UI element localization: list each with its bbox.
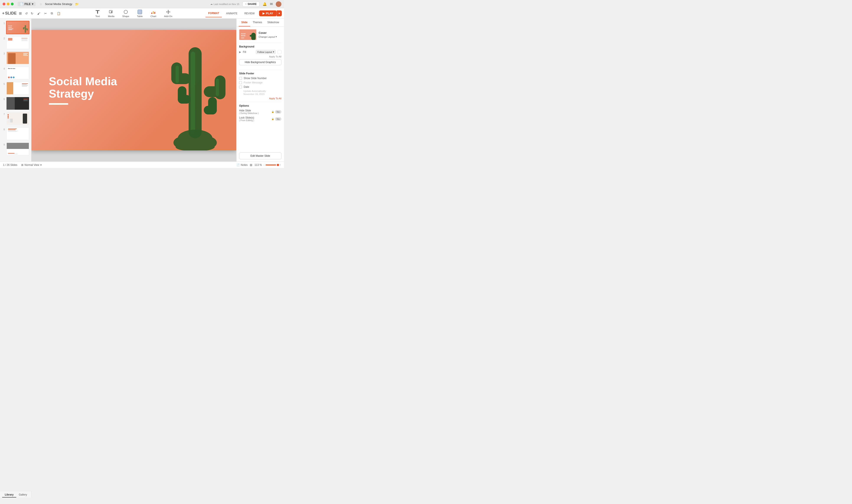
slide-num-3: 3	[2, 51, 5, 55]
text-tool[interactable]: Text	[93, 8, 102, 18]
star-icon[interactable]: ☆	[39, 2, 42, 6]
avatar[interactable]	[276, 1, 282, 7]
shape-icon	[123, 9, 128, 15]
tab-animate[interactable]: ANIMATE	[223, 10, 240, 17]
tab-themes[interactable]: Themes	[250, 19, 265, 26]
svg-text:Social: Social	[241, 33, 246, 34]
zoom-control: 113 % − +	[255, 163, 281, 166]
minimize-button[interactable]	[7, 3, 10, 5]
fill-expand-icon[interactable]: ▶	[239, 51, 241, 54]
chart-label: Chart	[150, 15, 156, 18]
toolbar-right: FORMAT ANIMATE REVIEW ▶ PLAY ▾	[205, 10, 282, 17]
hide-slide-value: No	[275, 110, 282, 113]
slide-thumb-7[interactable]: 7	[1, 111, 30, 126]
slide-thumb-3[interactable]: 3	[1, 51, 30, 65]
total-slides: 26 Slides	[7, 163, 17, 166]
fill-select[interactable]: Follow Layout ▾	[256, 50, 276, 54]
thumb-img-9	[6, 142, 30, 156]
format-brush-button[interactable]: 🖌	[36, 11, 42, 16]
notes-button[interactable]: 📄 Notes	[237, 163, 248, 166]
date-value-text: November 16, 2023	[243, 93, 282, 95]
play-button[interactable]: ▶ PLAY	[259, 11, 277, 16]
slide-thumb-9[interactable]: 9	[1, 142, 30, 156]
tab-slideshow[interactable]: Slideshow	[265, 19, 282, 26]
divider-3	[239, 102, 282, 102]
tab-slide[interactable]: Slide	[239, 19, 250, 26]
bottom-bar: 1 / 26 Slides ⊞ Normal View ▾ 📄 Notes ⊞ …	[0, 162, 284, 168]
change-layout-button[interactable]: Change Layout ▾	[259, 35, 277, 38]
tab-format[interactable]: FORMAT	[205, 10, 221, 17]
show-slide-num-checkbox[interactable]	[239, 77, 242, 80]
addon-tool[interactable]: Add-On	[162, 8, 174, 18]
shape-tool[interactable]: Shape	[121, 8, 131, 18]
tab-review[interactable]: REVIEW	[242, 10, 257, 17]
hide-slide-toggle[interactable]: 🔒 No	[271, 110, 282, 113]
messages-icon[interactable]: ✉	[270, 2, 273, 6]
thumb-img-5	[6, 82, 30, 95]
play-dropdown-button[interactable]: ▾	[277, 11, 282, 16]
file-menu[interactable]: 📄 FILE ▾	[18, 2, 36, 6]
view-label: Normal View	[24, 163, 39, 166]
cover-label: Cover	[259, 31, 277, 34]
edit-master-button[interactable]: Edit Master Slide	[239, 152, 282, 159]
slide-thumb-1[interactable]: 1 SocialMediaStrategy	[1, 20, 30, 35]
zoom-level: 113 %	[255, 163, 262, 166]
folder-icon[interactable]: 📁	[75, 2, 79, 6]
lock-slide-label-group: Lock Slide(s) ( From Editing )	[239, 116, 254, 122]
copy-button[interactable]: ⧉	[50, 11, 54, 16]
maximize-button[interactable]	[11, 3, 14, 5]
footer-message-checkbox[interactable]	[239, 81, 242, 84]
slide-num-9: 9	[2, 142, 5, 146]
add-slide-button[interactable]: + SLIDE	[2, 11, 17, 16]
cut-button[interactable]: ✂	[43, 11, 48, 16]
lock-icon-2: 🔒	[271, 118, 274, 120]
slide-canvas[interactable]: Social Media Strategy	[32, 30, 236, 150]
fill-chevron-icon: ▾	[273, 51, 274, 53]
slide-num-4: 4	[2, 66, 5, 70]
undo-button[interactable]: ↺	[24, 11, 29, 16]
lock-slide-toggle[interactable]: 🔒 No	[271, 117, 282, 121]
apply-all-link[interactable]: Apply To All	[239, 97, 282, 100]
options-title: Options	[239, 104, 282, 107]
media-label: Media	[108, 15, 114, 18]
slide-thumb-8[interactable]: 8	[1, 127, 30, 141]
table-label: Table	[137, 15, 143, 18]
svg-point-4	[124, 10, 127, 14]
zoom-slider[interactable]	[266, 164, 278, 165]
svg-rect-20	[23, 27, 24, 30]
close-button[interactable]	[3, 3, 5, 5]
share-button[interactable]: ↑ SHARE	[242, 1, 259, 7]
zoom-slider-group[interactable]: − +	[263, 163, 281, 166]
media-tool[interactable]: Media	[106, 8, 116, 18]
canvas-area: Social Media Strategy	[32, 19, 236, 162]
svg-rect-40	[208, 97, 217, 114]
slide-underline	[49, 103, 68, 105]
svg-point-15	[168, 13, 169, 14]
change-layout-label: Change Layout	[259, 36, 275, 38]
slide-panel: 1 SocialMediaStrategy 2	[0, 19, 32, 162]
fill-color-swatch[interactable]	[277, 50, 282, 54]
date-checkbox[interactable]	[239, 86, 242, 88]
chart-tool[interactable]: Chart	[149, 8, 158, 18]
hide-slide-label: Hide Slide	[239, 109, 259, 112]
notifications-icon[interactable]: 🔔	[262, 2, 267, 6]
zoom-plus-icon[interactable]: +	[279, 163, 281, 166]
slide-thumb-6[interactable]: 6	[1, 96, 30, 111]
slide-thumb-2[interactable]: 2	[1, 36, 30, 50]
redo-button[interactable]: ↻	[30, 11, 35, 16]
lock-slide-row: Lock Slide(s) ( From Editing ) 🔒 No	[239, 116, 282, 122]
slide-num-5: 5	[2, 82, 5, 85]
right-panel: Slide Themes Slideshow Social Media	[236, 19, 284, 162]
hide-background-button[interactable]: Hide Background Graphics	[239, 59, 282, 65]
slide-thumb-5[interactable]: 5	[1, 81, 30, 95]
view-toggle-button[interactable]: ⊞ Normal View ▾	[19, 163, 43, 166]
hide-slide-row: Hide Slide ( During Slideshow ) 🔒 No	[239, 109, 282, 114]
slide-thumb-4[interactable]: 4 Meet the team	[1, 66, 30, 80]
fit-to-screen-button[interactable]: ⊞	[250, 163, 252, 167]
zoom-minus-icon[interactable]: −	[263, 163, 265, 166]
paste-button[interactable]: 📋	[55, 11, 62, 16]
slide-num-1: 1	[2, 21, 5, 24]
svg-text:Media: Media	[241, 35, 246, 36]
table-tool[interactable]: Table	[135, 8, 144, 18]
layout-button[interactable]: ⊞	[18, 11, 22, 16]
